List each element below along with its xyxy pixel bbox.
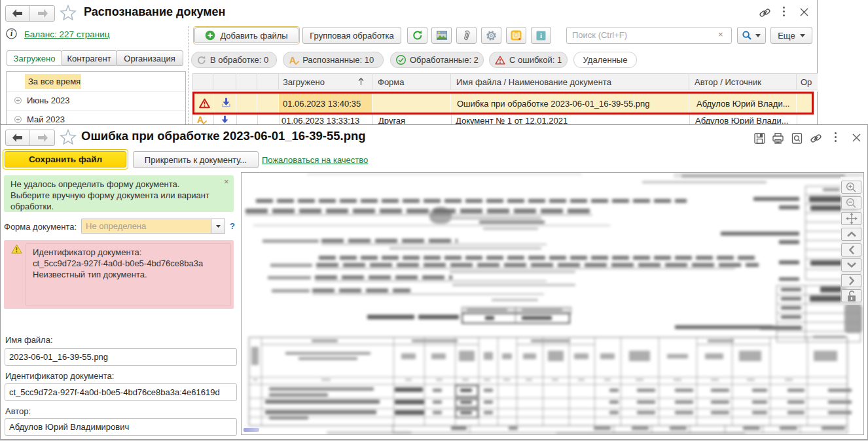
svg-text:i: i [10, 29, 13, 37]
svg-text:i: i [540, 31, 542, 39]
